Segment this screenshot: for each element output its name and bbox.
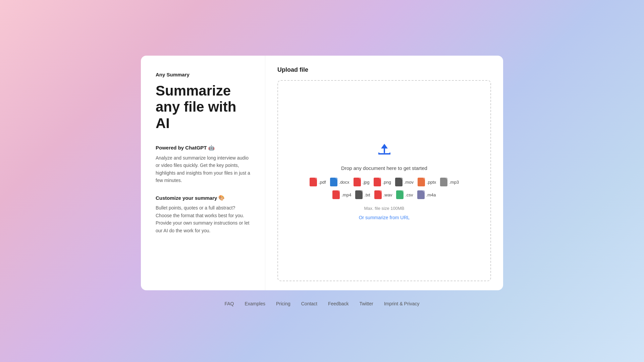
filetype-m4a: .m4a xyxy=(417,190,436,199)
drop-text: Drop any document here to get started xyxy=(341,165,427,171)
feature-chatgpt: Powered by ChatGPT 🤖 Analyze and summari… xyxy=(156,145,250,184)
upload-icon-container xyxy=(376,141,393,160)
left-panel: Any Summary Summarize any file with AI P… xyxy=(141,56,265,290)
filetype-mp4: .mp4 xyxy=(332,190,351,199)
mov-icon xyxy=(395,178,402,186)
right-panel: Upload file Drop any document here xyxy=(265,56,503,290)
footer-contact[interactable]: Contact xyxy=(301,301,317,306)
mp4-icon xyxy=(332,190,340,199)
m4a-icon xyxy=(417,190,425,199)
filetype-mp3: .mp3 xyxy=(440,178,459,186)
pdf-icon xyxy=(310,178,317,186)
feature-chatgpt-heading: Powered by ChatGPT 🤖 xyxy=(156,145,250,151)
filetype-jpg: .jpg xyxy=(354,178,370,186)
wav-icon xyxy=(374,190,382,199)
csv-icon xyxy=(396,190,404,199)
svg-rect-3 xyxy=(389,153,390,155)
pptx-icon xyxy=(418,178,425,186)
svg-rect-1 xyxy=(378,154,390,155)
jpg-icon xyxy=(354,178,361,186)
drop-zone[interactable]: Drop any document here to get started .p… xyxy=(277,80,491,281)
mp3-icon xyxy=(440,178,447,186)
filetype-docx: .docx xyxy=(330,178,350,186)
feature-chatgpt-desc: Analyze and summarize long interview aud… xyxy=(156,154,250,184)
brand-name: Any Summary xyxy=(156,72,250,77)
feature-customize: Customize your summary 🎨 Bullet points, … xyxy=(156,195,250,234)
filetype-pptx: .pptx xyxy=(418,178,436,186)
docx-icon xyxy=(330,178,337,186)
footer-pricing[interactable]: Pricing xyxy=(276,301,290,306)
hero-title: Summarize any file with AI xyxy=(156,83,250,131)
filetype-csv: .csv xyxy=(396,190,413,199)
file-types-row-2: .mp4 .txt .wav .csv .m4a xyxy=(332,190,436,199)
footer-feedback[interactable]: Feedback xyxy=(328,301,348,306)
svg-marker-5 xyxy=(381,144,388,148)
max-file-size: Max. file size 100MB xyxy=(364,206,405,211)
feature-customize-desc: Bullet points, quotes or a full abstract… xyxy=(156,204,250,234)
filetype-wav: .wav xyxy=(374,190,392,199)
upload-icon xyxy=(376,141,393,159)
footer-examples[interactable]: Examples xyxy=(245,301,265,306)
main-container: Any Summary Summarize any file with AI P… xyxy=(141,56,503,290)
footer: FAQ Examples Pricing Contact Feedback Tw… xyxy=(224,301,419,306)
upload-title: Upload file xyxy=(277,66,491,73)
footer-twitter[interactable]: Twitter xyxy=(359,301,373,306)
feature-customize-heading: Customize your summary 🎨 xyxy=(156,195,250,201)
filetype-png: .png xyxy=(374,178,391,186)
filetype-txt: .txt xyxy=(355,190,370,199)
filetype-pdf: .pdf xyxy=(310,178,326,186)
png-icon xyxy=(374,178,381,186)
file-types-row-1: .pdf .docx .jpg .png .mov xyxy=(310,178,459,186)
svg-rect-2 xyxy=(378,153,379,155)
summarize-url-link[interactable]: Or summarize from URL xyxy=(359,215,410,220)
filetype-mov: .mov xyxy=(395,178,414,186)
txt-icon xyxy=(355,190,363,199)
footer-imprint[interactable]: Imprint & Privacy xyxy=(384,301,420,306)
footer-faq[interactable]: FAQ xyxy=(224,301,234,306)
